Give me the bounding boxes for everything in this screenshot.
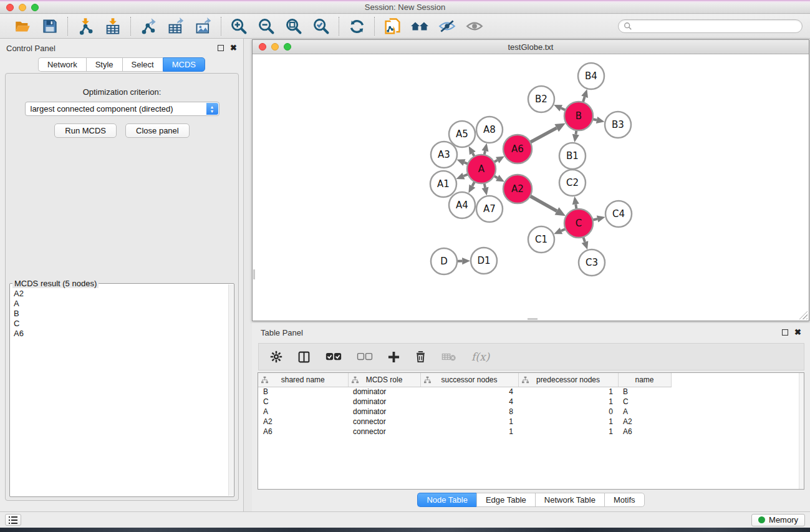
select-all-checks-icon[interactable] [325,352,342,362]
table-cell[interactable]: 1 [420,427,518,437]
export-network-icon[interactable] [139,17,158,36]
graph-node-B1[interactable]: B1 [559,143,586,169]
table-cell[interactable]: connector [348,417,420,427]
tab-mcds[interactable]: MCDS [163,57,205,72]
table-row[interactable]: A2connector11A2 [258,417,681,427]
tab-edge-table[interactable]: Edge Table [476,493,535,507]
graph-node-A6[interactable]: A6 [503,135,532,163]
tab-network[interactable]: Network [38,57,86,72]
task-history-button[interactable] [5,514,21,526]
graph-node-B3[interactable]: B3 [605,112,631,138]
network-canvas[interactable]: B4B2BB3A5A8A6B1A3AC2A1A2A4A7C4CC1DD1C3 [253,55,808,320]
graph-node-C2[interactable]: C2 [559,170,586,196]
column-header-predecessor-nodes[interactable]: predecessor nodes [518,373,618,387]
graph-node-A5[interactable]: A5 [449,121,475,147]
table-cell[interactable]: 0 [518,407,618,417]
graph-node-A2[interactable]: A2 [503,175,532,203]
zoom-fit-icon[interactable] [284,17,303,36]
duplicate-network-icon[interactable] [383,17,402,36]
result-list-scrollbar[interactable] [228,284,233,496]
window-resize-grip[interactable] [799,311,808,319]
zoom-in-icon[interactable] [229,17,248,36]
table-cell[interactable]: 1 [518,417,618,427]
tab-motifs[interactable]: Motifs [604,493,645,507]
graph-edge-A6-B[interactable] [530,128,556,142]
table-cell[interactable]: 1 [518,427,618,437]
zoom-out-icon[interactable] [257,17,276,36]
table-cell[interactable]: C [618,397,671,407]
canvas-left-scroll-stub[interactable] [253,269,255,279]
tab-network-table[interactable]: Network Table [535,493,604,507]
graph-node-B[interactable]: B [564,102,593,130]
table-cell[interactable]: C [258,397,348,407]
deselect-all-checks-icon[interactable] [357,352,373,362]
table-cell[interactable]: 4 [420,397,518,407]
table-cell[interactable]: A [618,407,671,417]
graph-node-A7[interactable]: A7 [476,196,503,222]
graph-node-A4[interactable]: A4 [449,192,475,218]
criterion-dropdown[interactable]: largest connected component (directed) ▲… [25,102,219,116]
column-header-shared-name[interactable]: shared name [258,373,348,387]
float-panel-icon[interactable] [218,45,224,51]
memory-button[interactable]: Memory [751,514,805,526]
table-row[interactable]: Bdominator41B [258,387,681,397]
search-input[interactable] [632,22,797,31]
mcds-result-item[interactable]: C [12,319,228,329]
table-cell[interactable]: dominator [348,397,420,407]
column-header-successor-nodes[interactable]: successor nodes [420,373,518,387]
graph-node-C[interactable]: C [564,209,593,238]
table-cell[interactable]: A2 [618,417,671,427]
table-cell[interactable]: A2 [258,417,348,427]
table-options-gear-icon[interactable] [270,351,282,363]
canvas-bottom-scroll-stub[interactable] [528,318,538,320]
graph-edge-B-B4[interactable] [583,97,585,102]
graph-node-A1[interactable]: A1 [430,171,456,197]
close-panel-icon[interactable]: ✖ [230,45,237,51]
table-row[interactable]: A6connector11A6 [258,427,681,437]
mcds-result-list[interactable]: A2ABCA6 [12,289,228,495]
import-table-icon[interactable] [104,17,122,36]
tab-select[interactable]: Select [122,57,163,72]
table-cell[interactable]: 4 [420,387,518,397]
mcds-result-item[interactable]: A2 [12,289,228,299]
graph-edge-A2-C[interactable] [530,196,557,211]
save-session-icon[interactable] [41,17,59,36]
table-cell[interactable]: A6 [258,427,348,437]
table-cell[interactable]: connector [348,427,420,437]
function-builder-icon[interactable]: f(x) [471,351,489,363]
hide-selected-eye-icon[interactable] [438,17,456,36]
graph-edge-C-C3[interactable] [583,237,585,242]
mcds-result-item[interactable]: B [12,309,228,319]
graph-node-B4[interactable]: B4 [578,63,604,89]
table-scrollbar[interactable] [799,373,804,489]
delete-column-icon[interactable] [415,351,427,363]
export-table-icon[interactable] [166,17,185,36]
graph-node-C3[interactable]: C3 [579,249,605,276]
table-cell[interactable]: A6 [618,427,671,437]
table-cell[interactable]: 1 [518,387,618,397]
export-image-icon[interactable] [194,17,213,36]
import-network-icon[interactable] [76,17,95,36]
open-file-icon[interactable] [13,17,32,36]
float-table-panel-icon[interactable] [782,329,788,336]
tab-node-table[interactable]: Node Table [417,493,476,507]
graph-node-D[interactable]: D [431,248,457,274]
close-panel-button[interactable]: Close panel [125,123,190,138]
column-header-MCDS-role[interactable]: MCDS role [348,373,420,387]
add-column-icon[interactable] [388,351,400,363]
close-table-panel-icon[interactable]: ✖ [794,329,801,336]
table-cell[interactable]: 8 [420,407,518,417]
tab-style[interactable]: Style [86,57,122,72]
graph-node-B2[interactable]: B2 [528,86,554,112]
table-row[interactable]: Cdominator41C [258,397,681,407]
table-cell[interactable]: A [258,407,348,417]
table-cell[interactable]: dominator [348,387,420,397]
graph-node-A8[interactable]: A8 [476,117,503,143]
graph-node-A3[interactable]: A3 [431,142,457,168]
delete-table-icon[interactable] [441,352,456,362]
table-cell[interactable]: dominator [348,407,420,417]
search-field[interactable] [618,19,803,33]
graph-node-C4[interactable]: C4 [605,201,632,227]
table-row[interactable]: Adominator80A [258,407,681,417]
column-header-name[interactable]: name [618,373,671,387]
